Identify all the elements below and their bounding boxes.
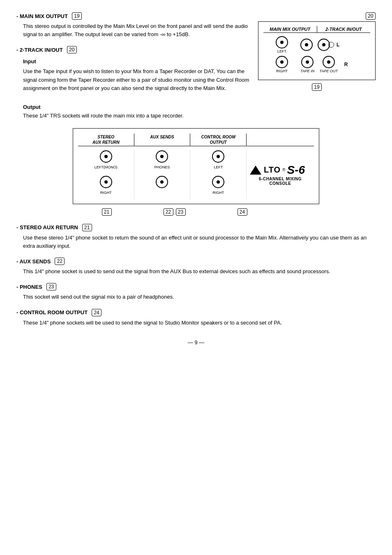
badge-20-topright: 20 <box>366 12 376 20</box>
two-track-input-body: Use the Tape input if you wish to listen… <box>23 67 250 92</box>
diagram-col1-title: MAIN MIX OUTPUT <box>263 26 317 32</box>
badge-19-bottom: 19 <box>312 83 322 91</box>
badge-23-section: 23 <box>46 283 56 290</box>
aux-sends-section: - AUX SENDS 22 This 1/4" phone socket is… <box>16 258 376 276</box>
badge-24: 24 <box>238 208 247 216</box>
output-body: These 1/4" TRS sockets will route the ma… <box>23 112 376 120</box>
alto-registered: ® <box>282 168 285 172</box>
mono-circle <box>328 42 334 48</box>
aux-return-right-group: RIGHT <box>100 176 112 195</box>
badge-21-section: 21 <box>82 224 92 231</box>
phones-header: - PHONES 23 <box>16 283 376 290</box>
diagram-col2-title: 2-TRACK IN/OUT <box>317 26 371 32</box>
alto-triangle-icon <box>250 166 262 175</box>
diagram-top-row1: LEFT L <box>263 36 370 53</box>
aux-sends-connector <box>156 150 168 163</box>
aux-sends-header: - AUX SENDS 22 <box>16 258 376 265</box>
main-mix-left-connector <box>276 36 288 48</box>
aux-sends-col: PHONES <box>134 150 191 199</box>
two-track-section-body: Input Use the Tape input if you wish to … <box>23 58 250 92</box>
tape-in-left-connector <box>300 39 313 51</box>
tape-in-label: TAPE IN <box>300 69 314 73</box>
alto-subtitle: 6-CHANNEL MIXING CONSOLE <box>250 177 311 186</box>
two-track-header: - 2-TRACK IN/OUT 20 <box>16 46 250 53</box>
badge-20: 20 <box>67 46 77 53</box>
aux-sends-group: PHONES <box>154 150 170 169</box>
aux-return-left-label: LEFT(MONO) <box>95 165 118 169</box>
badge-20-topright-wrapper: 20 <box>258 12 376 20</box>
badge-19-top: 19 <box>72 12 82 20</box>
bottom-badge-row: 21 22 23 24 <box>73 208 319 216</box>
top-left-content: - MAIN MIX OUTPUT 19 This stereo output … <box>16 12 250 100</box>
main-mix-output-header: - MAIN MIX OUTPUT 19 <box>16 12 250 20</box>
control-room-right-group: RIGHT <box>212 176 224 195</box>
left-label: LEFT <box>277 49 286 53</box>
badge-24-section: 24 <box>92 309 101 316</box>
alto-logo-area: LTO ® S-6 6-CHANNEL MIXING CONSOLE <box>247 150 314 199</box>
main-mix-right-connector <box>276 56 288 68</box>
phones-section: - PHONES 23 This socket will send out th… <box>16 283 376 301</box>
bottom-diagram-wrapper: STEREOAUX RETURN AUX SENDS CONTROL ROOMO… <box>16 128 376 216</box>
diagram-top-box: MAIN MIX OUTPUT 2-TRACK IN/OUT LEFT <box>258 21 376 80</box>
aux-sends-label: PHONES <box>154 165 170 169</box>
aux-return-right-connector <box>100 176 112 188</box>
aux-sends-title: - AUX SENDS <box>16 258 51 265</box>
tape-out-right-connector <box>323 56 335 68</box>
main-mix-output-body: This stereo output is controlled by the … <box>23 22 250 39</box>
two-track-title: - 2-TRACK IN/OUT <box>16 47 63 53</box>
phones-connector <box>156 176 168 188</box>
control-room-header: - CONTROL ROOM OUTPUT 24 <box>16 309 376 316</box>
badge-19-bottom-wrapper: 19 <box>258 83 376 91</box>
diagram-top-row2: RIGHT TAPE IN TAPE OUT R <box>263 56 370 73</box>
stereo-aux-body: Use these stereo 1/4" phone socket to re… <box>23 234 376 250</box>
output-section: Output These 1/4" TRS sockets will route… <box>23 104 376 120</box>
stereo-aux-header: - STEREO AUX RETURN 21 <box>16 224 376 231</box>
aux-sends-body: This 1/4" phone socket is used to send o… <box>23 267 376 276</box>
control-room-left-label: LEFT <box>214 165 223 169</box>
tape-out-label: TAPE OUT <box>319 69 337 73</box>
aux-return-left-group: LEFT(MONO) <box>95 150 118 169</box>
l-label: L <box>337 42 339 48</box>
input-subheader: Input <box>23 58 250 66</box>
alto-s6-text: S-6 <box>287 164 305 177</box>
bottom-col4-title <box>247 134 314 146</box>
control-room-right-connector <box>212 176 224 188</box>
top-right-container: 20 MAIN MIX OUTPUT 2-TRACK IN/OUT LEFT <box>258 12 376 100</box>
alto-logo-line1: LTO ® S-6 <box>250 164 305 177</box>
r-label: R <box>344 62 348 67</box>
phones-group <box>156 176 168 188</box>
badge-23: 23 <box>176 208 186 216</box>
bottom-col2-title: AUX SENDS <box>134 134 191 146</box>
control-room-title: - CONTROL ROOM OUTPUT <box>16 309 88 315</box>
control-room-body: These 1/4" phone sockets will be used to… <box>23 319 376 327</box>
control-room-left-group: LEFT <box>212 150 224 169</box>
output-subheader: Output <box>23 104 376 110</box>
badge-22-section: 22 <box>55 258 65 265</box>
top-section: - MAIN MIX OUTPUT 19 This stereo output … <box>16 12 376 100</box>
control-room-right-label: RIGHT <box>212 191 224 195</box>
bottom-connectors-grid: LEFT(MONO) RIGHT PHONES <box>78 150 314 199</box>
control-room-left-connector <box>212 150 224 163</box>
alto-lto-text: LTO <box>264 165 281 175</box>
control-room-section: - CONTROL ROOM OUTPUT 24 These 1/4" phon… <box>16 309 376 327</box>
bottom-col3-title: CONTROL ROOMOUTPUT <box>190 134 247 146</box>
bottom-diagram-box: STEREOAUX RETURN AUX SENDS CONTROL ROOMO… <box>73 128 319 204</box>
phones-title: - PHONES <box>16 284 42 290</box>
tape-in-right-connector <box>301 56 314 68</box>
aux-return-col: LEFT(MONO) RIGHT <box>78 150 134 199</box>
badge-22: 22 <box>164 208 173 216</box>
bottom-col1-title: STEREOAUX RETURN <box>78 134 134 146</box>
stereo-aux-section: - STEREO AUX RETURN 21 Use these stereo … <box>16 224 376 250</box>
right-label: RIGHT <box>276 69 288 73</box>
aux-return-left-connector <box>100 150 112 163</box>
diagram-top-title-row: MAIN MIX OUTPUT 2-TRACK IN/OUT <box>263 26 370 33</box>
phones-body: This socket will send out the signal mix… <box>23 293 376 301</box>
bottom-diagram-title-row: STEREOAUX RETURN AUX SENDS CONTROL ROOMO… <box>78 134 314 146</box>
badge-21: 21 <box>102 208 112 216</box>
main-mix-output-title: - MAIN MIX OUTPUT <box>16 13 68 19</box>
page-number: — 9 — <box>16 339 376 345</box>
stereo-aux-title: - STEREO AUX RETURN <box>16 224 78 230</box>
aux-return-right-label: RIGHT <box>100 191 112 195</box>
control-room-col: LEFT RIGHT <box>190 150 247 199</box>
